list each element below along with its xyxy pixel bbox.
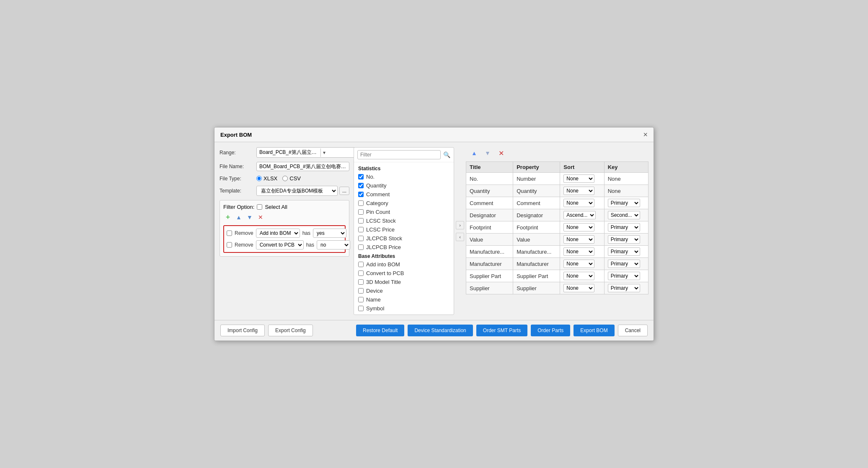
- check-quantity[interactable]: [358, 183, 364, 188]
- rule-0-field-select[interactable]: Add into BOM: [256, 229, 300, 238]
- export-config-button[interactable]: Export Config: [268, 325, 313, 336]
- cell-key-7[interactable]: NonePrimarySecond...: [604, 258, 648, 270]
- key-select-9[interactable]: NonePrimarySecond...: [608, 284, 640, 292]
- order-parts-button[interactable]: Order Parts: [531, 325, 570, 336]
- check-item-jlcpcbprice[interactable]: JLCPCB Price: [354, 243, 454, 252]
- expand-left-button[interactable]: ‹: [456, 233, 464, 241]
- close-button[interactable]: ×: [643, 131, 648, 138]
- template-more-button[interactable]: ...: [339, 187, 349, 195]
- check-addbom[interactable]: [358, 262, 364, 267]
- checklist-filter-input[interactable]: [357, 150, 441, 159]
- check-item-device[interactable]: Device: [354, 286, 454, 295]
- key-select-6[interactable]: NonePrimarySecond...: [608, 247, 640, 256]
- template-select[interactable]: 嘉立创EDA专业版BOM模板: [256, 186, 338, 196]
- cell-sort-3[interactable]: Ascend...NoneAscendDescend: [560, 209, 604, 221]
- check-lcscprice[interactable]: [358, 227, 364, 232]
- check-no[interactable]: [358, 174, 364, 179]
- cell-sort-5[interactable]: NoneAscendDescend: [560, 234, 604, 246]
- order-smt-button[interactable]: Order SMT Parts: [476, 325, 527, 336]
- key-select-2[interactable]: NonePrimarySecond...: [608, 199, 640, 207]
- move-rule-down-button[interactable]: ▼: [245, 213, 254, 222]
- cancel-button[interactable]: Cancel: [618, 325, 648, 336]
- sort-select-4[interactable]: NoneAscendDescend: [563, 223, 594, 231]
- sort-select-5[interactable]: NoneAscendDescend: [563, 235, 594, 244]
- cell-sort-1[interactable]: NoneAscendDescend: [560, 185, 604, 197]
- cell-key-0[interactable]: None: [604, 173, 648, 185]
- check-name[interactable]: [358, 297, 364, 302]
- cell-key-8[interactable]: NonePrimarySecond...: [604, 270, 648, 282]
- check-item-lcscprice[interactable]: LCSC Price: [354, 225, 454, 234]
- check-pincount[interactable]: [358, 209, 364, 215]
- cell-sort-2[interactable]: NoneAscendDescend: [560, 197, 604, 209]
- sort-select-8[interactable]: NoneAscendDescend: [563, 272, 594, 280]
- sort-select-9[interactable]: NoneAscendDescend: [563, 284, 594, 292]
- key-select-5[interactable]: NonePrimarySecond...: [608, 235, 640, 244]
- rule-1-field-select[interactable]: Convert to PCB: [256, 240, 304, 250]
- cell-sort-9[interactable]: NoneAscendDescend: [560, 282, 604, 294]
- key-select-4[interactable]: NonePrimarySecond...: [608, 223, 640, 231]
- move-property-down-button[interactable]: ▼: [483, 148, 493, 158]
- check-lcscstock[interactable]: [358, 218, 364, 224]
- filename-input[interactable]: [256, 162, 349, 171]
- import-config-button[interactable]: Import Config: [220, 325, 265, 336]
- add-rule-button[interactable]: +: [223, 213, 232, 222]
- xlsx-radio-label[interactable]: XLSX: [256, 175, 277, 182]
- check-jlcpcbstock[interactable]: [358, 236, 364, 241]
- delete-rule-button[interactable]: ✕: [256, 213, 265, 222]
- cell-key-1[interactable]: None: [604, 185, 648, 197]
- sort-select-1[interactable]: NoneAscendDescend: [563, 187, 594, 195]
- move-rule-up-button[interactable]: ▲: [234, 213, 243, 222]
- check-item-addbom[interactable]: Add into BOM: [354, 260, 454, 269]
- rule-1-value-select[interactable]: no yes: [317, 240, 350, 250]
- check-3dmodel[interactable]: [358, 279, 364, 285]
- cell-key-3[interactable]: NonePrimarySecond...: [604, 209, 648, 221]
- expand-right-button[interactable]: ›: [456, 221, 464, 229]
- xlsx-radio[interactable]: [256, 176, 262, 181]
- cell-sort-7[interactable]: NoneAscendDescend: [560, 258, 604, 270]
- cell-key-9[interactable]: NonePrimarySecond...: [604, 282, 648, 294]
- check-item-quantity[interactable]: Quantity: [354, 181, 454, 190]
- restore-default-button[interactable]: Restore Default: [356, 325, 404, 336]
- sort-select-7[interactable]: NoneAscendDescend: [563, 260, 594, 268]
- check-item-3dmodel[interactable]: 3D Model Title: [354, 278, 454, 286]
- check-jlcpcbprice[interactable]: [358, 244, 364, 250]
- export-bom-button[interactable]: Export BOM: [574, 325, 614, 336]
- check-item-convertpcb[interactable]: Convert to PCB: [354, 269, 454, 278]
- device-standardization-button[interactable]: Device Standardization: [408, 325, 473, 336]
- key-select-7[interactable]: NonePrimarySecond...: [608, 260, 640, 268]
- rule-1-checkbox[interactable]: [227, 242, 232, 248]
- check-item-jlcpcbstock[interactable]: JLCPCB Stock: [354, 234, 454, 243]
- rule-0-checkbox[interactable]: [227, 230, 232, 236]
- check-item-category[interactable]: Category: [354, 199, 454, 208]
- sort-select-0[interactable]: NoneAscendDescend: [563, 174, 594, 183]
- sort-select-6[interactable]: NoneAscendDescend: [563, 247, 594, 256]
- sort-select-2[interactable]: NoneAscendDescend: [563, 199, 594, 207]
- cell-sort-8[interactable]: NoneAscendDescend: [560, 270, 604, 282]
- check-convertpcb[interactable]: [358, 270, 364, 276]
- check-item-lcscstock[interactable]: LCSC Stock: [354, 216, 454, 225]
- cell-key-5[interactable]: NonePrimarySecond...: [604, 234, 648, 246]
- sort-select-3[interactable]: Ascend...NoneAscendDescend: [563, 211, 596, 219]
- check-item-no[interactable]: No.: [354, 172, 454, 181]
- key-select-3[interactable]: NonePrimarySecond...: [608, 211, 640, 219]
- check-item-name[interactable]: Name: [354, 295, 454, 304]
- select-all-checkbox[interactable]: [257, 204, 262, 210]
- check-symbol[interactable]: [358, 306, 364, 311]
- rule-0-value-select[interactable]: yes no: [313, 229, 346, 238]
- check-item-pincount[interactable]: Pin Count: [354, 208, 454, 216]
- csv-radio[interactable]: [282, 176, 288, 181]
- move-property-up-button[interactable]: ▲: [469, 148, 479, 158]
- cell-key-4[interactable]: NonePrimarySecond...: [604, 221, 648, 234]
- check-device[interactable]: [358, 288, 364, 294]
- key-select-8[interactable]: NonePrimarySecond...: [608, 272, 640, 280]
- delete-property-button[interactable]: ✕: [496, 148, 506, 158]
- check-item-symbol[interactable]: Symbol: [354, 304, 454, 313]
- cell-sort-4[interactable]: NoneAscendDescend: [560, 221, 604, 234]
- check-comment[interactable]: [358, 192, 364, 197]
- csv-radio-label[interactable]: CSV: [282, 175, 301, 182]
- cell-key-6[interactable]: NonePrimarySecond...: [604, 246, 648, 258]
- cell-sort-0[interactable]: NoneAscendDescend: [560, 173, 604, 185]
- check-category[interactable]: [358, 200, 364, 206]
- cell-sort-6[interactable]: NoneAscendDescend: [560, 246, 604, 258]
- cell-key-2[interactable]: NonePrimarySecond...: [604, 197, 648, 209]
